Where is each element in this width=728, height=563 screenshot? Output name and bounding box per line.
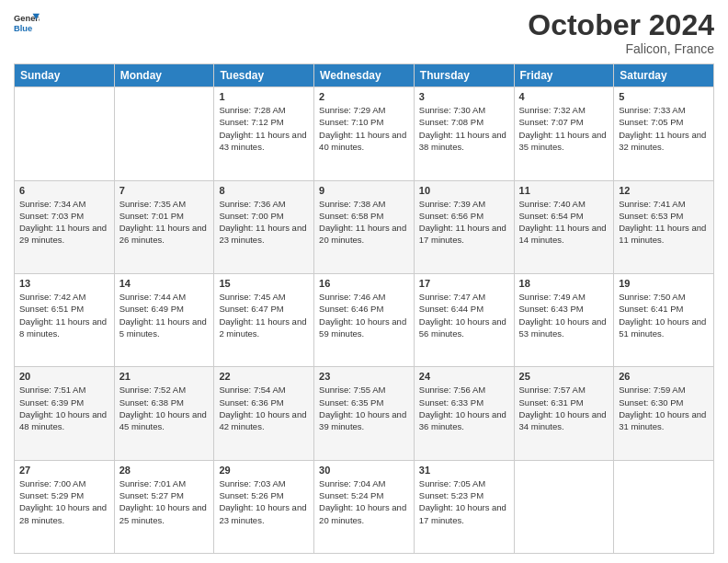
table-row: 26 Sunrise: 7:59 AMSunset: 6:30 PMDaylig…	[614, 367, 714, 460]
day-number: 27	[19, 465, 109, 476]
day-number: 11	[519, 185, 609, 196]
table-row: 25 Sunrise: 7:57 AMSunset: 6:31 PMDaylig…	[514, 367, 614, 460]
col-monday: Monday	[114, 64, 214, 87]
table-row: 23 Sunrise: 7:55 AMSunset: 6:35 PMDaylig…	[314, 367, 415, 460]
location: Falicon, France	[528, 41, 714, 56]
table-row: 22 Sunrise: 7:54 AMSunset: 6:36 PMDaylig…	[214, 367, 314, 460]
day-info: Sunrise: 7:33 AMSunset: 7:05 PMDaylight:…	[619, 104, 709, 153]
table-row: 30 Sunrise: 7:04 AMSunset: 5:24 PMDaylig…	[314, 460, 415, 553]
day-number: 1	[219, 91, 309, 102]
day-info: Sunrise: 7:57 AMSunset: 6:31 PMDaylight:…	[519, 384, 609, 432]
table-row: 4 Sunrise: 7:32 AMSunset: 7:07 PMDayligh…	[514, 87, 614, 180]
col-tuesday: Tuesday	[214, 64, 314, 87]
day-info: Sunrise: 7:01 AMSunset: 5:27 PMDaylight:…	[119, 477, 210, 526]
header-row: Sunday Monday Tuesday Wednesday Thursday…	[15, 64, 714, 87]
col-saturday: Saturday	[614, 64, 714, 87]
logo-icon: General Blue	[14, 9, 40, 35]
title-block: October 2024 Falicon, France	[528, 9, 714, 56]
day-info: Sunrise: 7:47 AMSunset: 6:44 PMDaylight:…	[419, 291, 509, 339]
day-info: Sunrise: 7:45 AMSunset: 6:47 PMDaylight:…	[219, 291, 309, 339]
day-info: Sunrise: 7:38 AMSunset: 6:58 PMDaylight:…	[319, 198, 409, 247]
table-row: 3 Sunrise: 7:30 AMSunset: 7:08 PMDayligh…	[414, 87, 514, 180]
svg-text:Blue: Blue	[14, 24, 32, 33]
day-number: 14	[119, 278, 210, 289]
table-row: 21 Sunrise: 7:52 AMSunset: 6:38 PMDaylig…	[114, 367, 214, 460]
day-number: 16	[319, 278, 409, 289]
table-row: 2 Sunrise: 7:29 AMSunset: 7:10 PMDayligh…	[314, 87, 415, 180]
day-info: Sunrise: 7:59 AMSunset: 6:30 PMDaylight:…	[619, 384, 709, 432]
page-header: General Blue October 2024 Falicon, Franc…	[14, 9, 714, 56]
table-row: 18 Sunrise: 7:49 AMSunset: 6:43 PMDaylig…	[514, 273, 614, 366]
day-info: Sunrise: 7:44 AMSunset: 6:49 PMDaylight:…	[119, 291, 210, 339]
table-row: 1 Sunrise: 7:28 AMSunset: 7:12 PMDayligh…	[214, 87, 314, 180]
day-number: 12	[619, 185, 709, 196]
table-row: 19 Sunrise: 7:50 AMSunset: 6:41 PMDaylig…	[614, 273, 714, 366]
day-info: Sunrise: 7:00 AMSunset: 5:29 PMDaylight:…	[19, 477, 109, 526]
week-row-4: 27 Sunrise: 7:00 AMSunset: 5:29 PMDaylig…	[15, 460, 714, 553]
table-row: 16 Sunrise: 7:46 AMSunset: 6:46 PMDaylig…	[314, 273, 415, 366]
day-number: 20	[19, 371, 109, 382]
week-row-1: 6 Sunrise: 7:34 AMSunset: 7:03 PMDayligh…	[15, 180, 714, 273]
day-info: Sunrise: 7:29 AMSunset: 7:10 PMDaylight:…	[319, 104, 409, 153]
day-info: Sunrise: 7:32 AMSunset: 7:07 PMDaylight:…	[519, 104, 609, 153]
table-row	[15, 87, 115, 180]
day-number: 3	[419, 91, 509, 102]
table-row: 10 Sunrise: 7:39 AMSunset: 6:56 PMDaylig…	[414, 180, 514, 273]
day-number: 8	[219, 185, 309, 196]
day-number: 22	[219, 371, 309, 382]
day-info: Sunrise: 7:55 AMSunset: 6:35 PMDaylight:…	[319, 384, 409, 432]
table-row: 12 Sunrise: 7:41 AMSunset: 6:53 PMDaylig…	[614, 180, 714, 273]
day-number: 26	[619, 371, 709, 382]
day-number: 10	[419, 185, 509, 196]
table-row	[514, 460, 614, 553]
day-number: 6	[19, 185, 109, 196]
day-number: 9	[319, 185, 409, 196]
table-row	[114, 87, 214, 180]
table-row: 31 Sunrise: 7:05 AMSunset: 5:23 PMDaylig…	[414, 460, 514, 553]
table-row: 17 Sunrise: 7:47 AMSunset: 6:44 PMDaylig…	[414, 273, 514, 366]
day-info: Sunrise: 7:52 AMSunset: 6:38 PMDaylight:…	[119, 384, 210, 432]
day-info: Sunrise: 7:50 AMSunset: 6:41 PMDaylight:…	[619, 291, 709, 339]
table-row: 8 Sunrise: 7:36 AMSunset: 7:00 PMDayligh…	[214, 180, 314, 273]
month-title: October 2024	[528, 9, 714, 41]
day-info: Sunrise: 7:54 AMSunset: 6:36 PMDaylight:…	[219, 384, 309, 432]
table-row: 14 Sunrise: 7:44 AMSunset: 6:49 PMDaylig…	[114, 273, 214, 366]
day-number: 21	[119, 371, 210, 382]
table-row: 28 Sunrise: 7:01 AMSunset: 5:27 PMDaylig…	[114, 460, 214, 553]
day-number: 4	[519, 91, 609, 102]
day-number: 24	[419, 371, 509, 382]
day-number: 17	[419, 278, 509, 289]
table-row: 5 Sunrise: 7:33 AMSunset: 7:05 PMDayligh…	[614, 87, 714, 180]
day-info: Sunrise: 7:30 AMSunset: 7:08 PMDaylight:…	[419, 104, 509, 153]
col-wednesday: Wednesday	[314, 64, 415, 87]
day-number: 25	[519, 371, 609, 382]
table-row: 11 Sunrise: 7:40 AMSunset: 6:54 PMDaylig…	[514, 180, 614, 273]
col-thursday: Thursday	[414, 64, 514, 87]
day-info: Sunrise: 7:03 AMSunset: 5:26 PMDaylight:…	[219, 477, 309, 526]
table-row: 29 Sunrise: 7:03 AMSunset: 5:26 PMDaylig…	[214, 460, 314, 553]
day-info: Sunrise: 7:35 AMSunset: 7:01 PMDaylight:…	[119, 198, 210, 247]
day-info: Sunrise: 7:28 AMSunset: 7:12 PMDaylight:…	[219, 104, 309, 153]
col-friday: Friday	[514, 64, 614, 87]
table-row: 20 Sunrise: 7:51 AMSunset: 6:39 PMDaylig…	[15, 367, 115, 460]
day-number: 29	[219, 465, 309, 476]
table-row: 15 Sunrise: 7:45 AMSunset: 6:47 PMDaylig…	[214, 273, 314, 366]
logo: General Blue	[14, 9, 40, 35]
day-info: Sunrise: 7:34 AMSunset: 7:03 PMDaylight:…	[19, 198, 109, 247]
table-row	[614, 460, 714, 553]
day-info: Sunrise: 7:05 AMSunset: 5:23 PMDaylight:…	[419, 477, 509, 526]
day-number: 31	[419, 465, 509, 476]
day-info: Sunrise: 7:42 AMSunset: 6:51 PMDaylight:…	[19, 291, 109, 339]
day-info: Sunrise: 7:41 AMSunset: 6:53 PMDaylight:…	[619, 198, 709, 247]
day-number: 7	[119, 185, 210, 196]
day-info: Sunrise: 7:36 AMSunset: 7:00 PMDaylight:…	[219, 198, 309, 247]
col-sunday: Sunday	[15, 64, 115, 87]
day-number: 13	[19, 278, 109, 289]
day-number: 30	[319, 465, 409, 476]
day-info: Sunrise: 7:49 AMSunset: 6:43 PMDaylight:…	[519, 291, 609, 339]
day-number: 28	[119, 465, 210, 476]
day-number: 5	[619, 91, 709, 102]
day-info: Sunrise: 7:04 AMSunset: 5:24 PMDaylight:…	[319, 477, 409, 526]
week-row-3: 20 Sunrise: 7:51 AMSunset: 6:39 PMDaylig…	[15, 367, 714, 460]
day-info: Sunrise: 7:39 AMSunset: 6:56 PMDaylight:…	[419, 198, 509, 247]
